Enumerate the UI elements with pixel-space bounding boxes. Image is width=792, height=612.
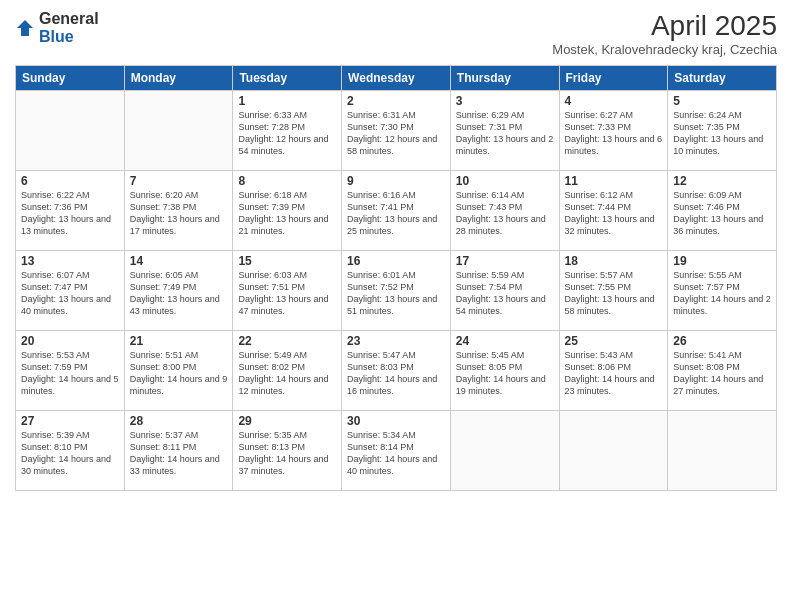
- table-row: 29Sunrise: 5:35 AM Sunset: 8:13 PM Dayli…: [233, 411, 342, 491]
- day-info: Sunrise: 5:39 AM Sunset: 8:10 PM Dayligh…: [21, 429, 119, 478]
- day-info: Sunrise: 5:41 AM Sunset: 8:08 PM Dayligh…: [673, 349, 771, 398]
- day-info: Sunrise: 6:18 AM Sunset: 7:39 PM Dayligh…: [238, 189, 336, 238]
- calendar-week-row: 27Sunrise: 5:39 AM Sunset: 8:10 PM Dayli…: [16, 411, 777, 491]
- table-row: 6Sunrise: 6:22 AM Sunset: 7:36 PM Daylig…: [16, 171, 125, 251]
- table-row: 4Sunrise: 6:27 AM Sunset: 7:33 PM Daylig…: [559, 91, 668, 171]
- month-title: April 2025: [552, 10, 777, 42]
- day-info: Sunrise: 6:16 AM Sunset: 7:41 PM Dayligh…: [347, 189, 445, 238]
- day-number: 30: [347, 414, 445, 428]
- day-number: 4: [565, 94, 663, 108]
- logo-general: General: [39, 10, 99, 28]
- table-row: 21Sunrise: 5:51 AM Sunset: 8:00 PM Dayli…: [124, 331, 233, 411]
- day-info: Sunrise: 6:01 AM Sunset: 7:52 PM Dayligh…: [347, 269, 445, 318]
- day-number: 23: [347, 334, 445, 348]
- col-tuesday: Tuesday: [233, 66, 342, 91]
- day-info: Sunrise: 5:34 AM Sunset: 8:14 PM Dayligh…: [347, 429, 445, 478]
- table-row: 20Sunrise: 5:53 AM Sunset: 7:59 PM Dayli…: [16, 331, 125, 411]
- day-number: 16: [347, 254, 445, 268]
- col-thursday: Thursday: [450, 66, 559, 91]
- day-number: 27: [21, 414, 119, 428]
- table-row: 9Sunrise: 6:16 AM Sunset: 7:41 PM Daylig…: [342, 171, 451, 251]
- logo: General Blue: [15, 10, 99, 45]
- day-number: 11: [565, 174, 663, 188]
- day-number: 6: [21, 174, 119, 188]
- col-wednesday: Wednesday: [342, 66, 451, 91]
- day-info: Sunrise: 6:33 AM Sunset: 7:28 PM Dayligh…: [238, 109, 336, 158]
- table-row: 7Sunrise: 6:20 AM Sunset: 7:38 PM Daylig…: [124, 171, 233, 251]
- calendar-week-row: 13Sunrise: 6:07 AM Sunset: 7:47 PM Dayli…: [16, 251, 777, 331]
- day-number: 12: [673, 174, 771, 188]
- day-number: 14: [130, 254, 228, 268]
- day-number: 2: [347, 94, 445, 108]
- table-row: 17Sunrise: 5:59 AM Sunset: 7:54 PM Dayli…: [450, 251, 559, 331]
- day-number: 28: [130, 414, 228, 428]
- title-area: April 2025 Mostek, Kralovehradecky kraj,…: [552, 10, 777, 57]
- table-row: [16, 91, 125, 171]
- calendar: Sunday Monday Tuesday Wednesday Thursday…: [15, 65, 777, 491]
- table-row: 12Sunrise: 6:09 AM Sunset: 7:46 PM Dayli…: [668, 171, 777, 251]
- table-row: 23Sunrise: 5:47 AM Sunset: 8:03 PM Dayli…: [342, 331, 451, 411]
- day-info: Sunrise: 6:09 AM Sunset: 7:46 PM Dayligh…: [673, 189, 771, 238]
- day-number: 5: [673, 94, 771, 108]
- day-info: Sunrise: 6:12 AM Sunset: 7:44 PM Dayligh…: [565, 189, 663, 238]
- day-info: Sunrise: 6:14 AM Sunset: 7:43 PM Dayligh…: [456, 189, 554, 238]
- day-number: 18: [565, 254, 663, 268]
- table-row: 25Sunrise: 5:43 AM Sunset: 8:06 PM Dayli…: [559, 331, 668, 411]
- day-info: Sunrise: 5:53 AM Sunset: 7:59 PM Dayligh…: [21, 349, 119, 398]
- table-row: 27Sunrise: 5:39 AM Sunset: 8:10 PM Dayli…: [16, 411, 125, 491]
- table-row: 30Sunrise: 5:34 AM Sunset: 8:14 PM Dayli…: [342, 411, 451, 491]
- day-info: Sunrise: 5:47 AM Sunset: 8:03 PM Dayligh…: [347, 349, 445, 398]
- day-info: Sunrise: 6:24 AM Sunset: 7:35 PM Dayligh…: [673, 109, 771, 158]
- day-number: 7: [130, 174, 228, 188]
- table-row: 2Sunrise: 6:31 AM Sunset: 7:30 PM Daylig…: [342, 91, 451, 171]
- day-info: Sunrise: 5:57 AM Sunset: 7:55 PM Dayligh…: [565, 269, 663, 318]
- table-row: 26Sunrise: 5:41 AM Sunset: 8:08 PM Dayli…: [668, 331, 777, 411]
- table-row: 14Sunrise: 6:05 AM Sunset: 7:49 PM Dayli…: [124, 251, 233, 331]
- table-row: 3Sunrise: 6:29 AM Sunset: 7:31 PM Daylig…: [450, 91, 559, 171]
- day-info: Sunrise: 6:03 AM Sunset: 7:51 PM Dayligh…: [238, 269, 336, 318]
- logo-icon: [15, 18, 35, 38]
- day-number: 17: [456, 254, 554, 268]
- table-row: 5Sunrise: 6:24 AM Sunset: 7:35 PM Daylig…: [668, 91, 777, 171]
- day-info: Sunrise: 6:07 AM Sunset: 7:47 PM Dayligh…: [21, 269, 119, 318]
- table-row: 28Sunrise: 5:37 AM Sunset: 8:11 PM Dayli…: [124, 411, 233, 491]
- table-row: [450, 411, 559, 491]
- calendar-header-row: Sunday Monday Tuesday Wednesday Thursday…: [16, 66, 777, 91]
- day-number: 8: [238, 174, 336, 188]
- day-info: Sunrise: 5:45 AM Sunset: 8:05 PM Dayligh…: [456, 349, 554, 398]
- day-number: 26: [673, 334, 771, 348]
- col-friday: Friday: [559, 66, 668, 91]
- table-row: [124, 91, 233, 171]
- logo-blue: Blue: [39, 28, 99, 46]
- day-number: 29: [238, 414, 336, 428]
- day-number: 19: [673, 254, 771, 268]
- day-number: 3: [456, 94, 554, 108]
- day-number: 13: [21, 254, 119, 268]
- day-info: Sunrise: 6:22 AM Sunset: 7:36 PM Dayligh…: [21, 189, 119, 238]
- day-number: 20: [21, 334, 119, 348]
- day-number: 22: [238, 334, 336, 348]
- logo-text: General Blue: [39, 10, 99, 45]
- header: General Blue April 2025 Mostek, Kraloveh…: [15, 10, 777, 57]
- table-row: [668, 411, 777, 491]
- day-info: Sunrise: 6:31 AM Sunset: 7:30 PM Dayligh…: [347, 109, 445, 158]
- col-monday: Monday: [124, 66, 233, 91]
- col-sunday: Sunday: [16, 66, 125, 91]
- day-number: 9: [347, 174, 445, 188]
- day-number: 15: [238, 254, 336, 268]
- day-number: 21: [130, 334, 228, 348]
- day-info: Sunrise: 5:51 AM Sunset: 8:00 PM Dayligh…: [130, 349, 228, 398]
- table-row: 8Sunrise: 6:18 AM Sunset: 7:39 PM Daylig…: [233, 171, 342, 251]
- table-row: 1Sunrise: 6:33 AM Sunset: 7:28 PM Daylig…: [233, 91, 342, 171]
- day-info: Sunrise: 6:05 AM Sunset: 7:49 PM Dayligh…: [130, 269, 228, 318]
- calendar-week-row: 6Sunrise: 6:22 AM Sunset: 7:36 PM Daylig…: [16, 171, 777, 251]
- calendar-week-row: 1Sunrise: 6:33 AM Sunset: 7:28 PM Daylig…: [16, 91, 777, 171]
- day-info: Sunrise: 6:20 AM Sunset: 7:38 PM Dayligh…: [130, 189, 228, 238]
- day-info: Sunrise: 5:37 AM Sunset: 8:11 PM Dayligh…: [130, 429, 228, 478]
- table-row: 15Sunrise: 6:03 AM Sunset: 7:51 PM Dayli…: [233, 251, 342, 331]
- table-row: 10Sunrise: 6:14 AM Sunset: 7:43 PM Dayli…: [450, 171, 559, 251]
- day-number: 10: [456, 174, 554, 188]
- calendar-week-row: 20Sunrise: 5:53 AM Sunset: 7:59 PM Dayli…: [16, 331, 777, 411]
- table-row: 19Sunrise: 5:55 AM Sunset: 7:57 PM Dayli…: [668, 251, 777, 331]
- table-row: 18Sunrise: 5:57 AM Sunset: 7:55 PM Dayli…: [559, 251, 668, 331]
